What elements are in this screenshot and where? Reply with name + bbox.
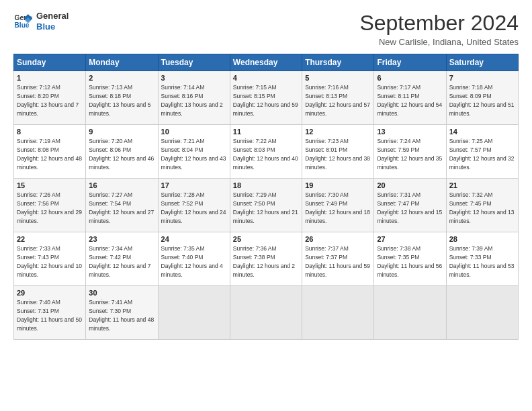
header-thursday: Thursday xyxy=(302,54,374,71)
logo-icon: General Blue xyxy=(13,12,32,31)
table-row xyxy=(158,286,230,340)
header-tuesday: Tuesday xyxy=(158,54,230,71)
table-row: 7Sunrise: 7:18 AMSunset: 8:09 PMDaylight… xyxy=(446,71,518,125)
header-monday: Monday xyxy=(86,54,158,71)
table-row: 18Sunrise: 7:29 AMSunset: 7:50 PMDayligh… xyxy=(230,179,302,232)
table-row: 10Sunrise: 7:21 AMSunset: 8:04 PMDayligh… xyxy=(158,125,230,179)
table-row: 22Sunrise: 7:33 AMSunset: 7:43 PMDayligh… xyxy=(14,232,86,286)
header-wednesday: Wednesday xyxy=(230,54,302,71)
week-row-5: 29Sunrise: 7:40 AMSunset: 7:31 PMDayligh… xyxy=(14,286,519,340)
calendar-table: Sunday Monday Tuesday Wednesday Thursday… xyxy=(13,54,519,340)
table-row: 23Sunrise: 7:34 AMSunset: 7:42 PMDayligh… xyxy=(86,232,158,286)
table-row: 30Sunrise: 7:41 AMSunset: 7:30 PMDayligh… xyxy=(86,286,158,340)
header-saturday: Saturday xyxy=(446,54,518,71)
table-row xyxy=(302,286,374,340)
table-row xyxy=(446,286,518,340)
logo: General Blue General Blue xyxy=(13,11,69,32)
table-row: 21Sunrise: 7:32 AMSunset: 7:45 PMDayligh… xyxy=(446,179,518,232)
table-row: 20Sunrise: 7:31 AMSunset: 7:47 PMDayligh… xyxy=(374,179,446,232)
table-row: 17Sunrise: 7:28 AMSunset: 7:52 PMDayligh… xyxy=(158,179,230,232)
table-row: 2Sunrise: 7:13 AMSunset: 8:18 PMDaylight… xyxy=(86,71,158,125)
table-row: 3Sunrise: 7:14 AMSunset: 8:16 PMDaylight… xyxy=(158,71,230,125)
table-row: 1Sunrise: 7:12 AMSunset: 8:20 PMDaylight… xyxy=(14,71,86,125)
calendar-page: General Blue General Blue September 2024… xyxy=(0,0,532,411)
table-row: 27Sunrise: 7:38 AMSunset: 7:35 PMDayligh… xyxy=(374,232,446,286)
location: New Carlisle, Indiana, United States xyxy=(359,37,519,47)
header-sunday: Sunday xyxy=(14,54,86,71)
week-row-3: 15Sunrise: 7:26 AMSunset: 7:56 PMDayligh… xyxy=(14,179,519,232)
table-row: 25Sunrise: 7:36 AMSunset: 7:38 PMDayligh… xyxy=(230,232,302,286)
header-friday: Friday xyxy=(374,54,446,71)
table-row: 6Sunrise: 7:17 AMSunset: 8:11 PMDaylight… xyxy=(374,71,446,125)
table-row: 12Sunrise: 7:23 AMSunset: 8:01 PMDayligh… xyxy=(302,125,374,179)
table-row: 4Sunrise: 7:15 AMSunset: 8:15 PMDaylight… xyxy=(230,71,302,125)
title-section: September 2024 New Carlisle, Indiana, Un… xyxy=(359,11,519,47)
table-row: 9Sunrise: 7:20 AMSunset: 8:06 PMDaylight… xyxy=(86,125,158,179)
table-row: 28Sunrise: 7:39 AMSunset: 7:33 PMDayligh… xyxy=(446,232,518,286)
table-row: 16Sunrise: 7:27 AMSunset: 7:54 PMDayligh… xyxy=(86,179,158,232)
table-row: 15Sunrise: 7:26 AMSunset: 7:56 PMDayligh… xyxy=(14,179,86,232)
table-row: 26Sunrise: 7:37 AMSunset: 7:37 PMDayligh… xyxy=(302,232,374,286)
table-row xyxy=(374,286,446,340)
table-row: 13Sunrise: 7:24 AMSunset: 7:59 PMDayligh… xyxy=(374,125,446,179)
weekday-header-row: Sunday Monday Tuesday Wednesday Thursday… xyxy=(14,54,519,71)
table-row: 14Sunrise: 7:25 AMSunset: 7:57 PMDayligh… xyxy=(446,125,518,179)
logo-line1: General xyxy=(36,11,69,21)
month-title: September 2024 xyxy=(359,11,519,36)
table-row: 5Sunrise: 7:16 AMSunset: 8:13 PMDaylight… xyxy=(302,71,374,125)
logo-line2: Blue xyxy=(36,21,69,32)
table-row: 19Sunrise: 7:30 AMSunset: 7:49 PMDayligh… xyxy=(302,179,374,232)
header: General Blue General Blue September 2024… xyxy=(13,11,519,47)
week-row-4: 22Sunrise: 7:33 AMSunset: 7:43 PMDayligh… xyxy=(14,232,519,286)
table-row xyxy=(230,286,302,340)
table-row: 29Sunrise: 7:40 AMSunset: 7:31 PMDayligh… xyxy=(14,286,86,340)
table-row: 8Sunrise: 7:19 AMSunset: 8:08 PMDaylight… xyxy=(14,125,86,179)
table-row: 11Sunrise: 7:22 AMSunset: 8:03 PMDayligh… xyxy=(230,125,302,179)
table-row: 24Sunrise: 7:35 AMSunset: 7:40 PMDayligh… xyxy=(158,232,230,286)
week-row-1: 1Sunrise: 7:12 AMSunset: 8:20 PMDaylight… xyxy=(14,71,519,125)
week-row-2: 8Sunrise: 7:19 AMSunset: 8:08 PMDaylight… xyxy=(14,125,519,179)
